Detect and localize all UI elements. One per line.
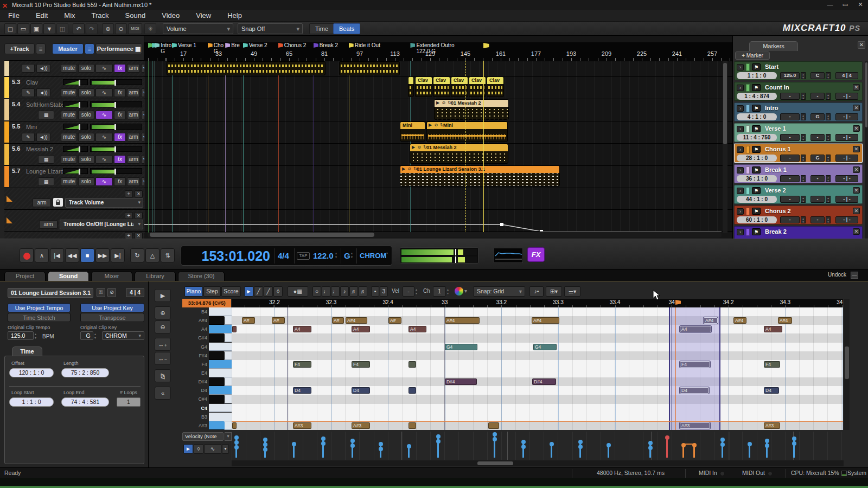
add-automation-button[interactable]: + xyxy=(125,212,133,219)
add-automation-button[interactable]: + xyxy=(125,190,133,197)
marker-row-break-2[interactable]: ›⚑Break 2✕ xyxy=(734,226,863,239)
orig-tempo-spinner[interactable]: ▴▾ xyxy=(35,332,36,340)
arrange-vertical-scroll-thumb[interactable] xyxy=(723,63,727,144)
midi-note-As4[interactable]: A#4 xyxy=(778,317,792,324)
fx-button[interactable]: fx xyxy=(114,64,126,73)
time-stretch-button[interactable]: Time Stretch xyxy=(8,313,71,322)
marker-close-button[interactable]: ✕ xyxy=(853,208,860,214)
midi-note-D4[interactable]: D4 xyxy=(764,387,779,394)
clip[interactable]: Mini xyxy=(400,121,425,142)
marker-key-spinner[interactable]: ▴▾ xyxy=(826,72,831,79)
add-marker-button[interactable]: + Marker xyxy=(735,52,770,60)
marker-key-spinner[interactable]: ▴▾ xyxy=(826,196,831,203)
record-button[interactable] xyxy=(20,248,34,262)
close-automation-button[interactable]: × xyxy=(135,190,143,197)
track-pan-slider[interactable] xyxy=(90,124,142,130)
midi-note[interactable] xyxy=(232,326,237,332)
position-display[interactable]: 153:01.020 xyxy=(189,248,270,264)
channel-field[interactable]: 1 xyxy=(433,286,446,297)
marker-tempo-spinner[interactable]: ▴▾ xyxy=(801,93,806,100)
collapse-panel-icon[interactable]: « xyxy=(155,387,171,400)
note-color-wheel-icon[interactable] xyxy=(455,287,463,296)
marker-close-button[interactable]: ✕ xyxy=(853,125,860,132)
fx-button[interactable]: fx xyxy=(114,155,126,164)
clip[interactable]: Clav xyxy=(433,76,450,97)
track-list-icon[interactable]: ≡ xyxy=(36,43,46,54)
velocity-lane-select[interactable]: Velocity (Note xyxy=(182,432,224,441)
midi-note-As3[interactable]: A#3 xyxy=(764,422,780,429)
midi-note-As3[interactable]: A#3 xyxy=(680,422,710,429)
mute-button[interactable]: mute xyxy=(61,177,77,186)
track-row-partial[interactable]: ✎◄))mutesolo∿fxarm▾ xyxy=(4,60,144,76)
marker-time-field[interactable]: 1 : 4 : 874 xyxy=(737,93,777,100)
loop-start-field[interactable]: 1 : 1 : 0 xyxy=(9,397,54,407)
automation-lane[interactable]: +×armTremolo On/Off [Lounge Liz...▾ xyxy=(4,209,144,230)
marker-row-verse-1[interactable]: ›⚑Verse 1✕11 : 4 : 750-▴▾-▴▾- | - xyxy=(734,123,863,142)
mute-button[interactable]: mute xyxy=(61,155,77,164)
arm-button[interactable]: arm xyxy=(127,88,140,97)
undo-icon[interactable]: ↶ xyxy=(73,23,85,34)
marker-expand-button[interactable]: › xyxy=(737,105,744,112)
marker-expand-button[interactable]: › xyxy=(737,208,744,215)
beats-mode-button[interactable]: Beats xyxy=(333,23,360,34)
marker-signature-field[interactable]: - | - xyxy=(835,113,858,120)
solo-button[interactable]: solo xyxy=(78,111,94,119)
midi-note-D4[interactable]: D4 xyxy=(680,387,709,394)
time-tab[interactable]: Time xyxy=(12,346,42,356)
midi-note-A4[interactable]: A4 xyxy=(764,326,782,332)
settings-gear-icon[interactable]: ✳ xyxy=(144,23,156,34)
marker-time-field[interactable]: 44 : 1 : 0 xyxy=(737,196,777,203)
clip[interactable]: Clav xyxy=(415,76,432,97)
automation-button[interactable]: ∿ xyxy=(95,177,113,186)
zoom-out-icon[interactable]: ⊖ xyxy=(155,320,171,333)
select-tool-icon[interactable]: ► xyxy=(244,286,253,297)
track-pan-slider[interactable] xyxy=(90,101,142,107)
marker-expand-button[interactable]: › xyxy=(737,188,744,194)
automation-lane[interactable]: +×armTrack Volume▾ xyxy=(4,188,144,209)
velocity-spinner[interactable]: ▴▾ xyxy=(416,288,417,296)
piano-key-B3[interactable] xyxy=(209,413,232,421)
tab-project[interactable]: Project xyxy=(4,271,46,281)
fit-vertical-icon[interactable]: ⧎ xyxy=(155,369,171,382)
zoom-in-icon[interactable]: ⊕ xyxy=(155,306,171,319)
key-spinner[interactable]: ▴▾ xyxy=(351,252,353,259)
quarter-note-icon[interactable]: ♩ xyxy=(331,286,340,297)
track-row-5.6[interactable]: 5.6Messiah 2▦mutesolo∿fxarm▾ xyxy=(4,143,144,165)
midi-note-As4[interactable]: A#4 xyxy=(733,317,746,324)
pr-vertical-scroll-thumb[interactable] xyxy=(845,346,849,379)
mute-button[interactable]: mute xyxy=(61,111,77,119)
markers-scrollbar[interactable] xyxy=(865,61,868,239)
import-icon[interactable]: ▣ xyxy=(30,23,42,34)
close-button[interactable]: ✕ xyxy=(853,0,868,10)
marker-key-spinner[interactable]: ▴▾ xyxy=(826,155,831,162)
marker-tempo-field[interactable]: - xyxy=(780,134,800,141)
open-project-icon[interactable]: ▭ xyxy=(17,23,29,34)
tab-sound[interactable]: Sound xyxy=(48,271,89,281)
marker-tempo-field[interactable]: - xyxy=(780,175,800,182)
midi-keyboard-button[interactable]: ▦ xyxy=(38,111,54,119)
marker-signature-field[interactable]: 4 | 4 xyxy=(835,72,858,79)
use-project-tempo-button[interactable]: Use Project Tempo xyxy=(8,303,71,312)
clip[interactable] xyxy=(167,61,326,75)
marker-tempo-spinner[interactable]: ▴▾ xyxy=(801,196,806,203)
menu-video[interactable]: Video xyxy=(154,10,188,22)
menu-help[interactable]: Help xyxy=(219,10,250,22)
midi-note-As[interactable]: A# xyxy=(388,317,401,324)
menu-edit[interactable]: Edit xyxy=(28,10,56,22)
mute-clip-icon[interactable]: ⊘ xyxy=(107,288,116,297)
metronome-button[interactable]: △ xyxy=(145,248,159,262)
velocity-lane-dropdown-icon[interactable]: ▾ xyxy=(225,432,232,441)
clip[interactable]: ▶ ⊘ ↻01 Messiah 2 xyxy=(410,144,508,164)
automation-arm-button[interactable]: arm xyxy=(33,198,51,207)
piano-keybed[interactable]: B4A#4A4G#4G4F#4F4E4D#4D4C#4C4B3A#3 xyxy=(182,307,232,430)
marker-time-field[interactable]: 11 : 4 : 750 xyxy=(737,134,777,141)
midi-keyboard-button[interactable]: ▦ xyxy=(38,155,54,164)
tab-library[interactable]: Library xyxy=(135,271,176,281)
pencil-icon-button[interactable]: ✎ xyxy=(22,88,35,97)
velocity-field[interactable]: - xyxy=(403,286,414,297)
marker-time-field[interactable]: 36 : 1 : 0 xyxy=(737,175,777,182)
orig-tempo-field[interactable]: 125.0 xyxy=(8,331,34,340)
maximize-button[interactable]: ▭ xyxy=(838,0,853,10)
scale-dropdown-icon[interactable]: ▾ xyxy=(386,252,388,255)
midi-note[interactable] xyxy=(232,422,237,429)
